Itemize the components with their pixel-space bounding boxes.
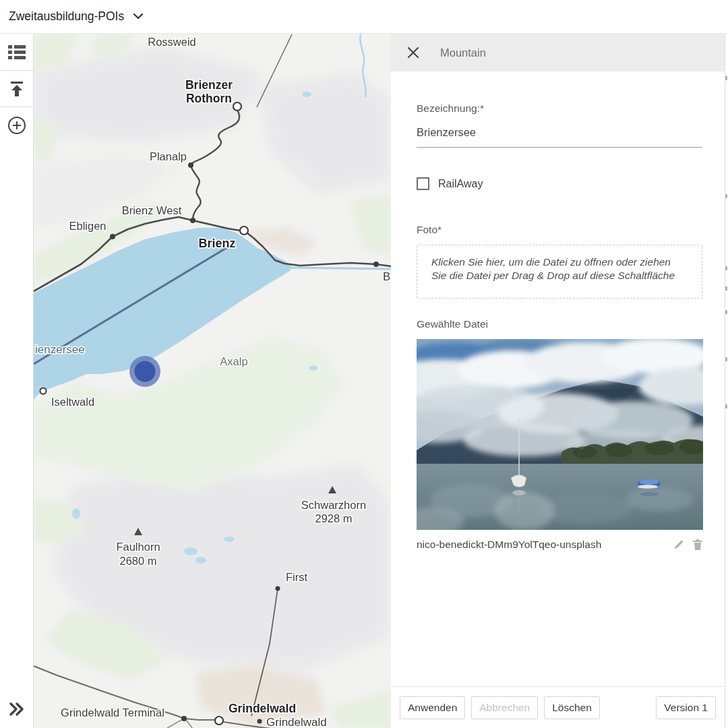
- tool-sidebar: [0, 34, 34, 728]
- map-svg: Rossweid Brienzer Rothorn Planalp Brienz…: [34, 34, 391, 728]
- edge-mark: [725, 357, 727, 361]
- add-poi-button[interactable]: [0, 107, 34, 144]
- panel-footer: Anwenden Abbrechen Löschen Version 1: [391, 686, 725, 728]
- map-label: First: [286, 571, 307, 583]
- railaway-checkbox[interactable]: [417, 177, 429, 190]
- version-button[interactable]: Version 1: [656, 696, 716, 719]
- close-icon: [407, 47, 419, 59]
- layer-selector-label[interactable]: Zweitausbildung-POIs: [9, 9, 124, 24]
- map-label: Grindelwald: [266, 716, 327, 728]
- chevron-down-icon[interactable]: [133, 13, 143, 20]
- edit-file-button[interactable]: [673, 539, 684, 550]
- poi-detail-panel: Mountain Bezeichnung:* Brienzersee RailA…: [391, 34, 728, 728]
- close-panel-button[interactable]: [406, 45, 421, 60]
- selected-file-row: nico-benedickt-DMm9YolTqeo-unsplash: [417, 539, 702, 551]
- panel-header: Mountain: [391, 34, 728, 71]
- map-label: Rossweid: [148, 36, 196, 48]
- map-label: Iseltwald: [51, 396, 94, 408]
- map-label: Grindelwald Terminal: [61, 706, 164, 719]
- bezeichnung-label: Bezeichnung:*: [417, 102, 702, 115]
- panel-body: Bezeichnung:* Brienzersee RailAway Foto*…: [391, 71, 728, 686]
- edge-mark: [725, 266, 727, 270]
- railaway-label: RailAway: [438, 178, 483, 190]
- map-label: Ebligen: [69, 220, 106, 232]
- delete-file-button[interactable]: [693, 539, 702, 550]
- layer-list-button[interactable]: [0, 34, 34, 71]
- edge-mark: [725, 310, 727, 314]
- lake-label: ienzersee: [35, 343, 85, 356]
- file-name: nico-benedickt-DMm9YolTqeo-unsplash: [417, 539, 601, 551]
- cancel-button[interactable]: Abbrechen: [471, 696, 538, 719]
- pencil-icon: [673, 539, 684, 550]
- top-bar: Zweitausbildung-POIs: [0, 0, 728, 34]
- apply-button[interactable]: Anwenden: [400, 696, 465, 719]
- map-label: Rothorn: [186, 92, 232, 105]
- map-label: Grindelwald: [229, 702, 296, 715]
- map-label: Axalp: [220, 355, 247, 367]
- expand-sidebar-button[interactable]: [0, 696, 34, 723]
- upload-button[interactable]: [0, 71, 34, 107]
- photo-preview: [417, 339, 703, 530]
- trash-icon: [693, 539, 702, 550]
- peak-elevation-label: 2680 m: [119, 555, 156, 567]
- delete-button[interactable]: Löschen: [544, 696, 600, 719]
- file-dropzone[interactable]: Klicken Sie hier, um die Datei zu öffnen…: [417, 245, 702, 299]
- railaway-row: RailAway: [417, 177, 702, 190]
- edge-mark: [725, 286, 727, 291]
- plus-circle-icon: [7, 116, 26, 135]
- map-label: Brienz: [198, 237, 235, 250]
- right-edge-scrollbar[interactable]: [725, 34, 728, 728]
- double-chevron-right-icon: [9, 702, 24, 716]
- edge-mark: [725, 194, 727, 198]
- map-canvas[interactable]: Rossweid Brienzer Rothorn Planalp Brienz…: [34, 34, 391, 728]
- panel-title: Mountain: [440, 47, 486, 59]
- peak-elevation-label: 2928 m: [315, 512, 352, 524]
- peak-label: Faulhorn: [116, 541, 160, 553]
- selected-file-label: Gewählte Datei: [417, 318, 702, 330]
- bezeichnung-input[interactable]: Brienzersee: [417, 126, 702, 148]
- map-label: Brienz West: [122, 204, 182, 216]
- map-label: B: [383, 270, 390, 283]
- poi-marker[interactable]: [129, 356, 160, 387]
- map-label: Planalp: [150, 150, 187, 162]
- edge-mark: [725, 404, 727, 408]
- list-icon: [8, 45, 26, 59]
- peak-label: Schwarzhorn: [301, 499, 366, 511]
- upload-icon: [9, 82, 25, 96]
- map-label: Brienzer: [185, 78, 233, 92]
- edge-mark: [725, 76, 727, 80]
- river-aare: [289, 268, 391, 269]
- foto-label: Foto*: [417, 224, 702, 236]
